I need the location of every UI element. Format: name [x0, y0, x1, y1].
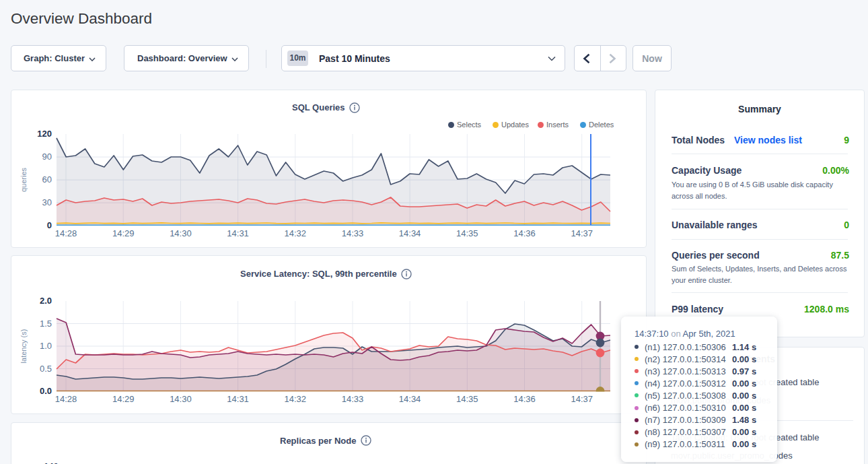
- svg-text:14:35: 14:35: [456, 394, 478, 404]
- svg-text:2.0: 2.0: [40, 296, 52, 306]
- svg-text:120: 120: [37, 129, 52, 139]
- svg-text:1.0: 1.0: [40, 341, 52, 351]
- svg-text:14:33: 14:33: [342, 394, 364, 404]
- svg-text:14:32: 14:32: [285, 228, 307, 238]
- svg-text:14:28: 14:28: [55, 394, 77, 404]
- svg-text:14:36: 14:36: [513, 394, 536, 404]
- svg-text:14:36: 14:36: [513, 228, 536, 238]
- svg-text:0.0: 0.0: [40, 386, 52, 396]
- svg-text:14:31: 14:31: [227, 394, 249, 404]
- svg-text:1.5: 1.5: [40, 319, 52, 329]
- svg-text:latency (s): latency (s): [20, 329, 28, 364]
- svg-text:14:37: 14:37: [571, 228, 593, 238]
- svg-text:60: 60: [42, 174, 52, 185]
- svg-text:14:33: 14:33: [342, 228, 364, 238]
- svg-text:14:28: 14:28: [55, 228, 77, 238]
- svg-text:0.5: 0.5: [40, 364, 52, 374]
- svg-text:14:30: 14:30: [170, 228, 192, 238]
- svg-text:14:29: 14:29: [112, 394, 135, 404]
- svg-text:14:35: 14:35: [456, 228, 478, 238]
- svg-text:14:34: 14:34: [399, 228, 421, 238]
- svg-text:0: 0: [47, 220, 52, 230]
- svg-text:14:29: 14:29: [112, 228, 135, 238]
- svg-text:14:32: 14:32: [285, 394, 307, 404]
- svg-text:30: 30: [42, 197, 52, 207]
- svg-text:14:30: 14:30: [170, 394, 192, 404]
- svg-text:14:34: 14:34: [399, 394, 421, 404]
- svg-text:14:31: 14:31: [227, 228, 249, 238]
- svg-text:queries: queries: [20, 167, 28, 192]
- svg-text:90: 90: [42, 152, 52, 162]
- svg-text:14:37: 14:37: [571, 394, 593, 404]
